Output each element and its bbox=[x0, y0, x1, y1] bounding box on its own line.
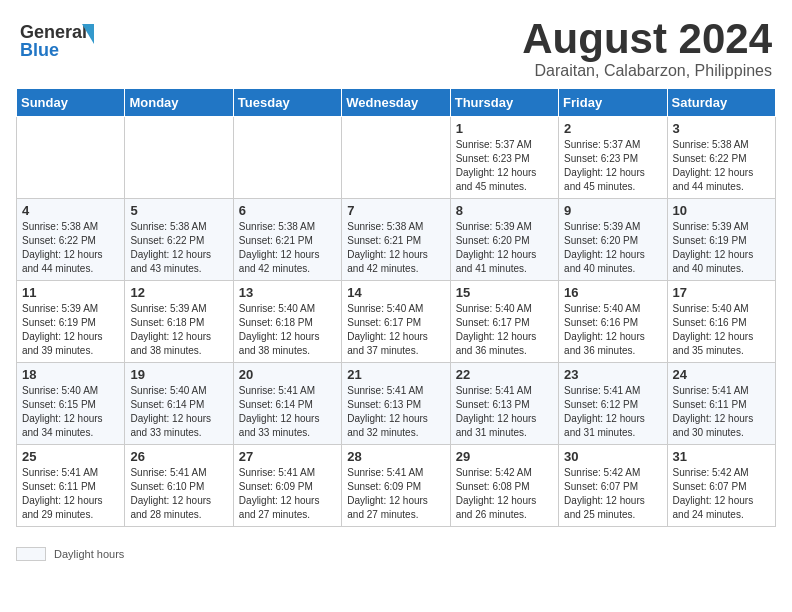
legend-box bbox=[16, 547, 46, 561]
day-number: 29 bbox=[456, 449, 553, 464]
logo: General Blue bbox=[20, 16, 110, 65]
calendar-wrapper: SundayMondayTuesdayWednesdayThursdayFrid… bbox=[0, 88, 792, 543]
calendar-week-row: 4Sunrise: 5:38 AM Sunset: 6:22 PM Daylig… bbox=[17, 199, 776, 281]
day-info: Sunrise: 5:40 AM Sunset: 6:17 PM Dayligh… bbox=[456, 302, 553, 358]
calendar-cell: 14Sunrise: 5:40 AM Sunset: 6:17 PM Dayli… bbox=[342, 281, 450, 363]
day-info: Sunrise: 5:41 AM Sunset: 6:13 PM Dayligh… bbox=[347, 384, 444, 440]
day-info: Sunrise: 5:37 AM Sunset: 6:23 PM Dayligh… bbox=[564, 138, 661, 194]
calendar-cell: 25Sunrise: 5:41 AM Sunset: 6:11 PM Dayli… bbox=[17, 445, 125, 527]
calendar-day-header: Wednesday bbox=[342, 89, 450, 117]
calendar-cell bbox=[233, 117, 341, 199]
day-number: 13 bbox=[239, 285, 336, 300]
day-number: 9 bbox=[564, 203, 661, 218]
calendar-cell: 20Sunrise: 5:41 AM Sunset: 6:14 PM Dayli… bbox=[233, 363, 341, 445]
day-number: 2 bbox=[564, 121, 661, 136]
day-info: Sunrise: 5:42 AM Sunset: 6:07 PM Dayligh… bbox=[673, 466, 770, 522]
day-info: Sunrise: 5:39 AM Sunset: 6:20 PM Dayligh… bbox=[456, 220, 553, 276]
calendar-cell: 3Sunrise: 5:38 AM Sunset: 6:22 PM Daylig… bbox=[667, 117, 775, 199]
day-info: Sunrise: 5:41 AM Sunset: 6:09 PM Dayligh… bbox=[239, 466, 336, 522]
day-info: Sunrise: 5:39 AM Sunset: 6:20 PM Dayligh… bbox=[564, 220, 661, 276]
day-info: Sunrise: 5:41 AM Sunset: 6:14 PM Dayligh… bbox=[239, 384, 336, 440]
legend: Daylight hours bbox=[0, 543, 792, 569]
calendar-header-row: SundayMondayTuesdayWednesdayThursdayFrid… bbox=[17, 89, 776, 117]
calendar-week-row: 25Sunrise: 5:41 AM Sunset: 6:11 PM Dayli… bbox=[17, 445, 776, 527]
calendar-cell: 30Sunrise: 5:42 AM Sunset: 6:07 PM Dayli… bbox=[559, 445, 667, 527]
day-info: Sunrise: 5:41 AM Sunset: 6:13 PM Dayligh… bbox=[456, 384, 553, 440]
calendar-cell: 17Sunrise: 5:40 AM Sunset: 6:16 PM Dayli… bbox=[667, 281, 775, 363]
day-info: Sunrise: 5:40 AM Sunset: 6:16 PM Dayligh… bbox=[564, 302, 661, 358]
calendar-table: SundayMondayTuesdayWednesdayThursdayFrid… bbox=[16, 88, 776, 527]
header: General Blue August 2024 Daraitan, Calab… bbox=[0, 0, 792, 88]
day-number: 27 bbox=[239, 449, 336, 464]
calendar-cell bbox=[17, 117, 125, 199]
day-number: 11 bbox=[22, 285, 119, 300]
calendar-cell bbox=[342, 117, 450, 199]
calendar-cell: 24Sunrise: 5:41 AM Sunset: 6:11 PM Dayli… bbox=[667, 363, 775, 445]
calendar-week-row: 1Sunrise: 5:37 AM Sunset: 6:23 PM Daylig… bbox=[17, 117, 776, 199]
day-info: Sunrise: 5:38 AM Sunset: 6:22 PM Dayligh… bbox=[673, 138, 770, 194]
day-number: 10 bbox=[673, 203, 770, 218]
calendar-cell: 19Sunrise: 5:40 AM Sunset: 6:14 PM Dayli… bbox=[125, 363, 233, 445]
calendar-week-row: 18Sunrise: 5:40 AM Sunset: 6:15 PM Dayli… bbox=[17, 363, 776, 445]
calendar-cell: 28Sunrise: 5:41 AM Sunset: 6:09 PM Dayli… bbox=[342, 445, 450, 527]
calendar-cell bbox=[125, 117, 233, 199]
day-info: Sunrise: 5:40 AM Sunset: 6:17 PM Dayligh… bbox=[347, 302, 444, 358]
day-info: Sunrise: 5:38 AM Sunset: 6:22 PM Dayligh… bbox=[22, 220, 119, 276]
day-info: Sunrise: 5:41 AM Sunset: 6:11 PM Dayligh… bbox=[673, 384, 770, 440]
day-number: 30 bbox=[564, 449, 661, 464]
calendar-cell: 1Sunrise: 5:37 AM Sunset: 6:23 PM Daylig… bbox=[450, 117, 558, 199]
calendar-day-header: Thursday bbox=[450, 89, 558, 117]
calendar-cell: 4Sunrise: 5:38 AM Sunset: 6:22 PM Daylig… bbox=[17, 199, 125, 281]
calendar-cell: 7Sunrise: 5:38 AM Sunset: 6:21 PM Daylig… bbox=[342, 199, 450, 281]
day-number: 14 bbox=[347, 285, 444, 300]
calendar-cell: 23Sunrise: 5:41 AM Sunset: 6:12 PM Dayli… bbox=[559, 363, 667, 445]
day-info: Sunrise: 5:42 AM Sunset: 6:07 PM Dayligh… bbox=[564, 466, 661, 522]
day-number: 23 bbox=[564, 367, 661, 382]
day-info: Sunrise: 5:41 AM Sunset: 6:12 PM Dayligh… bbox=[564, 384, 661, 440]
calendar-cell: 6Sunrise: 5:38 AM Sunset: 6:21 PM Daylig… bbox=[233, 199, 341, 281]
calendar-cell: 21Sunrise: 5:41 AM Sunset: 6:13 PM Dayli… bbox=[342, 363, 450, 445]
calendar-cell: 27Sunrise: 5:41 AM Sunset: 6:09 PM Dayli… bbox=[233, 445, 341, 527]
svg-text:General: General bbox=[20, 22, 87, 42]
calendar-cell: 12Sunrise: 5:39 AM Sunset: 6:18 PM Dayli… bbox=[125, 281, 233, 363]
title-block: August 2024 Daraitan, Calabarzon, Philip… bbox=[522, 16, 772, 80]
day-number: 4 bbox=[22, 203, 119, 218]
calendar-cell: 18Sunrise: 5:40 AM Sunset: 6:15 PM Dayli… bbox=[17, 363, 125, 445]
day-number: 15 bbox=[456, 285, 553, 300]
day-number: 5 bbox=[130, 203, 227, 218]
calendar-cell: 2Sunrise: 5:37 AM Sunset: 6:23 PM Daylig… bbox=[559, 117, 667, 199]
day-info: Sunrise: 5:41 AM Sunset: 6:10 PM Dayligh… bbox=[130, 466, 227, 522]
calendar-day-header: Monday bbox=[125, 89, 233, 117]
day-number: 19 bbox=[130, 367, 227, 382]
calendar-day-header: Friday bbox=[559, 89, 667, 117]
day-number: 28 bbox=[347, 449, 444, 464]
location: Daraitan, Calabarzon, Philippines bbox=[522, 62, 772, 80]
day-number: 16 bbox=[564, 285, 661, 300]
calendar-cell: 10Sunrise: 5:39 AM Sunset: 6:19 PM Dayli… bbox=[667, 199, 775, 281]
day-info: Sunrise: 5:41 AM Sunset: 6:11 PM Dayligh… bbox=[22, 466, 119, 522]
calendar-cell: 8Sunrise: 5:39 AM Sunset: 6:20 PM Daylig… bbox=[450, 199, 558, 281]
calendar-cell: 16Sunrise: 5:40 AM Sunset: 6:16 PM Dayli… bbox=[559, 281, 667, 363]
calendar-cell: 29Sunrise: 5:42 AM Sunset: 6:08 PM Dayli… bbox=[450, 445, 558, 527]
day-info: Sunrise: 5:39 AM Sunset: 6:18 PM Dayligh… bbox=[130, 302, 227, 358]
day-number: 18 bbox=[22, 367, 119, 382]
day-info: Sunrise: 5:39 AM Sunset: 6:19 PM Dayligh… bbox=[22, 302, 119, 358]
day-number: 6 bbox=[239, 203, 336, 218]
day-number: 1 bbox=[456, 121, 553, 136]
calendar-cell: 15Sunrise: 5:40 AM Sunset: 6:17 PM Dayli… bbox=[450, 281, 558, 363]
day-number: 24 bbox=[673, 367, 770, 382]
day-info: Sunrise: 5:42 AM Sunset: 6:08 PM Dayligh… bbox=[456, 466, 553, 522]
calendar-cell: 22Sunrise: 5:41 AM Sunset: 6:13 PM Dayli… bbox=[450, 363, 558, 445]
day-info: Sunrise: 5:40 AM Sunset: 6:15 PM Dayligh… bbox=[22, 384, 119, 440]
day-info: Sunrise: 5:38 AM Sunset: 6:21 PM Dayligh… bbox=[347, 220, 444, 276]
calendar-cell: 5Sunrise: 5:38 AM Sunset: 6:22 PM Daylig… bbox=[125, 199, 233, 281]
calendar-cell: 13Sunrise: 5:40 AM Sunset: 6:18 PM Dayli… bbox=[233, 281, 341, 363]
day-info: Sunrise: 5:38 AM Sunset: 6:21 PM Dayligh… bbox=[239, 220, 336, 276]
day-info: Sunrise: 5:40 AM Sunset: 6:14 PM Dayligh… bbox=[130, 384, 227, 440]
day-number: 25 bbox=[22, 449, 119, 464]
svg-text:Blue: Blue bbox=[20, 40, 59, 60]
day-number: 8 bbox=[456, 203, 553, 218]
day-number: 21 bbox=[347, 367, 444, 382]
calendar-cell: 9Sunrise: 5:39 AM Sunset: 6:20 PM Daylig… bbox=[559, 199, 667, 281]
calendar-cell: 26Sunrise: 5:41 AM Sunset: 6:10 PM Dayli… bbox=[125, 445, 233, 527]
